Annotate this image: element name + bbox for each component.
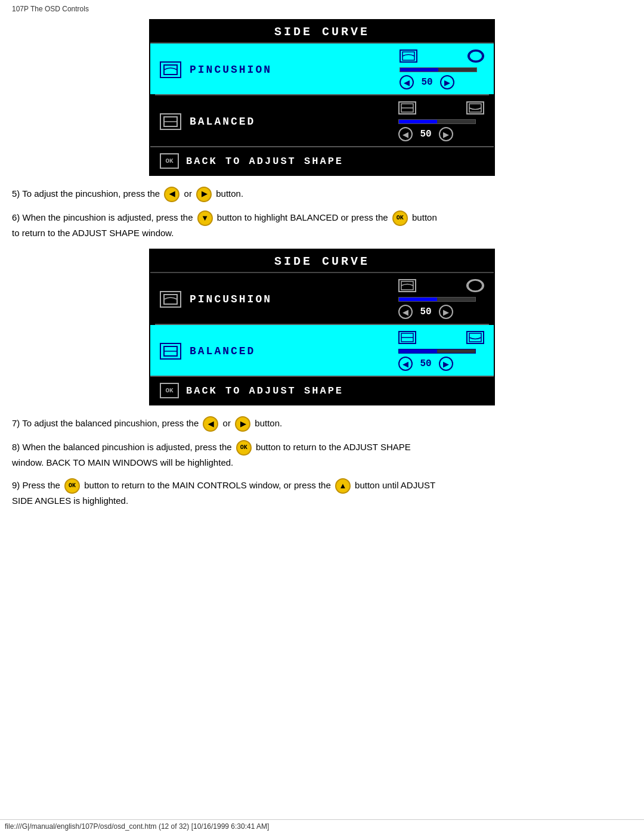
down-arrow-btn-1[interactable]: ▼ [197,210,213,226]
panel2-body: PINCUSHION [150,273,494,404]
step8-mid: button to return to the ADJUST SHAPE [256,442,411,452]
svg-rect-9 [401,281,413,290]
step7-text: 7) To adjust the balanced pincushion, pr… [12,418,199,428]
panel1-title: SIDE CURVE [150,20,494,44]
instruction-7: 7) To adjust the balanced pincushion, pr… [12,416,632,432]
panel1-pincushion-right-arrow[interactable]: ▶ [440,75,454,89]
ok-btn-2[interactable]: OK [236,440,252,456]
panel2-balanced-left-arrow[interactable]: ◀ [398,357,413,371]
right-arrow-btn-2[interactable]: ▶ [235,416,250,432]
panel1-back-row: OK BACK TO ADJUST SHAPE [150,146,494,175]
panel1-balanced-value: 50 [417,129,434,140]
panel1-balanced-slider-row: ◀ 50 ▶ [398,127,484,141]
panel1-body: PINCUSHION [150,44,494,175]
panel2-pincushion-controls: ◀ 50 ▶ [398,279,484,319]
p2-shape-concave [398,279,416,292]
step5-text: 5) To adjust the pincushion, press the [12,188,160,199]
ok-btn-3[interactable]: OK [64,478,80,494]
step8-cont: window. BACK TO MAIN WINDOWS will be hig… [12,457,233,467]
svg-rect-15 [469,333,481,342]
panel1-pincushion-label: PINCUSHION [190,64,400,76]
top-bar-text: 107P The OSD Controls [12,5,89,13]
step9-mid2: button until ADJUST [355,480,435,490]
panel2-balanced-icon [160,343,181,360]
step5-or: or [184,188,192,199]
panel2-balanced-slider-row: ◀ 50 ▶ [398,357,484,371]
step8-text: 8) When the balanced pincushion is adjus… [12,442,232,452]
footer-text: file:///G|/manual/english/107P/osd/osd_c… [5,822,269,831]
step6-end: button [412,212,437,222]
panel1-pincushion-value: 50 [419,77,435,88]
ok-btn-1[interactable]: OK [392,210,408,226]
svg-point-10 [468,280,482,292]
panel1-balanced-right-arrow[interactable]: ▶ [439,127,453,141]
panel2-pincushion-left-arrow[interactable]: ◀ [398,305,413,319]
step6-cont: to return to the ADJUST SHAPE window. [12,228,174,238]
panel1-back-label: BACK TO ADJUST SHAPE [186,156,343,167]
p2b-shape-left [398,331,416,344]
instruction-8: 8) When the balanced pincushion is adjus… [12,440,632,470]
step9-mid: button to return to the MAIN CONTROLS wi… [84,480,331,490]
svg-point-2 [469,51,482,61]
shape-icon-oval [467,49,484,63]
panel1-balanced-controls: ◀ 50 ▶ [398,101,484,141]
balanced-shape-right [466,101,484,114]
right-arrow-btn-1[interactable]: ▶ [196,187,212,202]
panel2-title: SIDE CURVE [150,250,494,273]
step9-text: 9) Press the [12,480,60,490]
balanced-shape-left [398,101,416,114]
step7-or: or [223,418,234,428]
panel2-pincushion-right-arrow[interactable]: ▶ [439,305,453,319]
panel2-back-row: OK BACK TO ADJUST SHAPE [150,376,494,404]
step6-text: 6) When the pincushion is adjusted, pres… [12,212,193,222]
p2-shape-oval [466,279,484,292]
panel1-balanced-left-arrow[interactable]: ◀ [398,127,413,141]
svg-rect-7 [469,104,481,112]
panel1-balanced-row: BALANCED [150,95,494,146]
top-bar: 107P The OSD Controls [12,5,632,13]
panel2-pincushion-shape-icons [398,279,484,292]
panel1-pincushion-icon [160,61,181,78]
step7-end: button. [255,418,282,428]
panel2-balanced-row: BALANCED [150,325,494,376]
panel1-pincushion-slider-row: ◀ 50 ▶ [400,75,484,89]
panel1-balanced-shape-icons [398,101,484,114]
panel1-pincushion-left-arrow[interactable]: ◀ [400,75,414,89]
left-arrow-btn-1[interactable]: ◀ [164,187,179,202]
svg-rect-1 [402,52,414,60]
step5-end: button. [216,188,243,199]
instruction-9: 9) Press the OK button to return to the … [12,478,632,508]
panel1-balanced-label: BALANCED [190,116,398,128]
panel2-ok-icon: OK [160,383,179,398]
p2b-shape-right [466,331,484,344]
shape-icon-concave [400,49,417,63]
footer: file:///G|/manual/english/107P/osd/osd_c… [0,819,644,833]
panel2-pincushion-value: 50 [417,306,434,317]
panel2-balanced-controls: ◀ 50 ▶ [398,331,484,371]
panel1-balanced-icon [160,113,181,130]
panel2-balanced-label: BALANCED [190,345,398,357]
instruction-6: 6) When the pincushion is adjusted, pres… [12,210,632,240]
svg-rect-0 [164,65,177,75]
step6-mid: button to highlight BALANCED or press th… [217,212,388,222]
panel1-ok-icon: OK [160,153,179,169]
panel2-balanced-right-arrow[interactable]: ▶ [439,357,453,371]
panel1-pincushion-row: PINCUSHION [150,44,494,94]
panel2-pincushion-label: PINCUSHION [190,293,398,305]
left-arrow-btn-2[interactable]: ◀ [203,416,218,432]
panel2-back-label: BACK TO ADJUST SHAPE [186,385,343,397]
up-arrow-btn[interactable]: ▲ [335,478,351,494]
panel2-pincushion-row: PINCUSHION [150,273,494,324]
osd-panel-1: SIDE CURVE PINCUSHION [149,19,495,176]
svg-rect-8 [164,295,177,304]
panel2-balanced-shape-icons [398,331,484,344]
panel2-balanced-value: 50 [417,358,434,369]
step9-cont: SIDE ANGLES is highlighted. [12,496,128,506]
panel2-pincushion-slider-row: ◀ 50 ▶ [398,305,484,319]
panel1-pincushion-controls: ◀ 50 ▶ [400,49,484,89]
panel2-pincushion-icon [160,291,181,308]
panel1-pincushion-shape-icons [400,49,484,63]
instruction-5: 5) To adjust the pincushion, press the ◀… [12,187,632,202]
osd-panel-2: SIDE CURVE PINCUSHION [149,249,495,405]
